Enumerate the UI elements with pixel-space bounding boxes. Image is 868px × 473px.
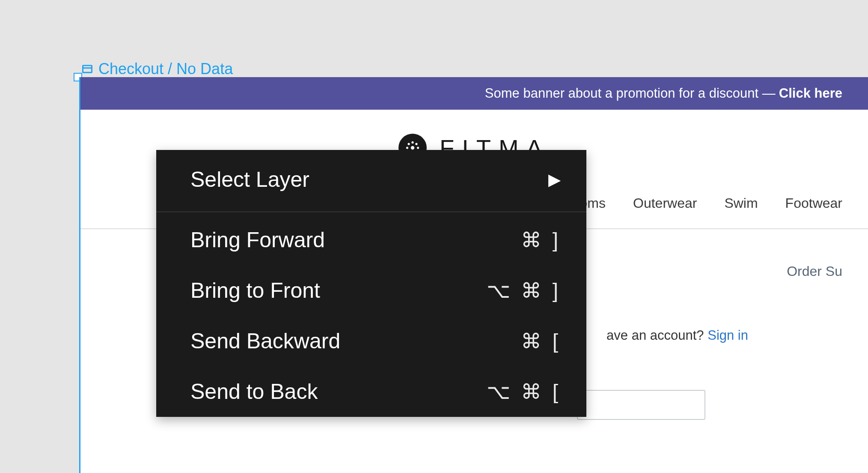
menu-item-label: Select Layer: [190, 167, 309, 192]
svg-rect-0: [83, 66, 92, 72]
menu-item-send-to-back[interactable]: Send to Back ⌥ ⌘ [: [156, 366, 586, 417]
menu-shortcut: ⌥ ⌘ ]: [487, 278, 561, 302]
context-menu[interactable]: Select Layer ▶ Bring Forward ⌘ ] Bring t…: [156, 150, 586, 417]
menu-separator: [156, 212, 586, 212]
menu-item-label: Bring to Front: [190, 278, 320, 303]
menu-item-label: Send Backward: [190, 329, 340, 353]
frame-label[interactable]: Checkout / No Data: [81, 60, 233, 78]
svg-point-2: [411, 146, 414, 150]
menu-shortcut: ⌘ [: [521, 329, 561, 353]
order-summary-heading: Order Su: [787, 263, 842, 279]
nav-item-footwear[interactable]: Footwear: [785, 195, 842, 211]
menu-item-send-backward[interactable]: Send Backward ⌘ [: [156, 316, 586, 366]
banner-text: Some banner about a promotion for a disc…: [485, 86, 776, 101]
svg-point-3: [411, 141, 413, 144]
menu-item-label: Bring Forward: [190, 228, 325, 252]
menu-shortcut: ⌥ ⌘ [: [487, 380, 561, 404]
text-input[interactable]: [577, 390, 705, 420]
menu-item-label: Send to Back: [190, 379, 318, 404]
frame-label-text: Checkout / No Data: [98, 60, 233, 78]
nav-item-swim[interactable]: Swim: [724, 195, 758, 211]
menu-item-bring-forward[interactable]: Bring Forward ⌘ ]: [156, 215, 586, 265]
svg-point-7: [407, 143, 410, 145]
menu-item-bring-to-front[interactable]: Bring to Front ⌥ ⌘ ]: [156, 265, 586, 316]
signin-prompt: ave an account? Sign in: [606, 328, 748, 343]
menu-item-select-layer[interactable]: Select Layer ▶: [156, 150, 586, 209]
menu-shortcut: ⌘ ]: [521, 228, 561, 252]
banner-cta-link[interactable]: Click here: [779, 86, 842, 101]
frame-icon: [81, 63, 93, 75]
promo-banner: Some banner about a promotion for a disc…: [80, 77, 868, 110]
svg-point-5: [406, 147, 408, 149]
svg-point-8: [415, 143, 417, 145]
account-prompt-text: ave an account?: [606, 328, 707, 343]
svg-point-6: [417, 147, 419, 149]
signin-link[interactable]: Sign in: [707, 328, 748, 343]
submenu-arrow-icon: ▶: [548, 170, 561, 189]
nav-item-outerwear[interactable]: Outerwear: [633, 195, 697, 211]
